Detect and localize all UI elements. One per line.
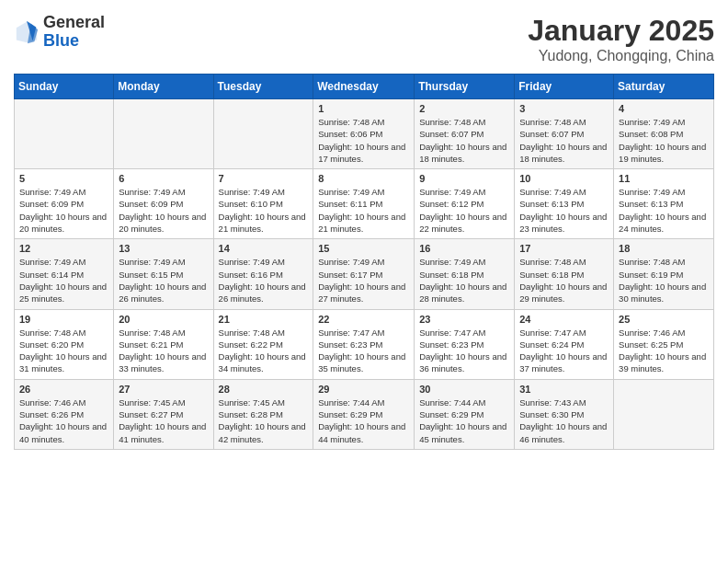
calendar-cell: 19Sunrise: 7:48 AM Sunset: 6:20 PM Dayli…: [15, 309, 114, 379]
day-number: 24: [519, 314, 609, 325]
calendar-table: SundayMondayTuesdayWednesdayThursdayFrid…: [14, 74, 714, 450]
weekday-header-saturday: Saturday: [614, 75, 714, 99]
day-number: 7: [219, 173, 309, 184]
calendar-cell: [213, 99, 313, 169]
calendar-cell: 28Sunrise: 7:45 AM Sunset: 6:28 PM Dayli…: [213, 379, 313, 449]
logo-icon: [14, 19, 40, 45]
calendar-cell: 15Sunrise: 7:49 AM Sunset: 6:17 PM Dayli…: [313, 239, 415, 309]
calendar-cell: 13Sunrise: 7:49 AM Sunset: 6:15 PM Dayli…: [114, 239, 213, 309]
day-number: 15: [318, 243, 409, 254]
day-info: Sunrise: 7:49 AM Sunset: 6:15 PM Dayligh…: [119, 256, 208, 304]
day-info: Sunrise: 7:49 AM Sunset: 6:10 PM Dayligh…: [219, 186, 309, 235]
calendar-cell: 24Sunrise: 7:47 AM Sunset: 6:24 PM Dayli…: [515, 309, 614, 379]
calendar-cell: 25Sunrise: 7:46 AM Sunset: 6:25 PM Dayli…: [614, 309, 714, 379]
calendar-cell: 11Sunrise: 7:49 AM Sunset: 6:13 PM Dayli…: [614, 169, 714, 239]
day-info: Sunrise: 7:43 AM Sunset: 6:30 PM Dayligh…: [519, 396, 609, 445]
day-info: Sunrise: 7:49 AM Sunset: 6:11 PM Dayligh…: [318, 186, 409, 235]
day-info: Sunrise: 7:44 AM Sunset: 6:29 PM Dayligh…: [318, 396, 409, 445]
calendar-title: January 2025: [528, 14, 714, 48]
calendar-cell: 4Sunrise: 7:49 AM Sunset: 6:08 PM Daylig…: [614, 99, 714, 169]
calendar-cell: 3Sunrise: 7:48 AM Sunset: 6:07 PM Daylig…: [515, 99, 614, 169]
calendar-cell: 31Sunrise: 7:43 AM Sunset: 6:30 PM Dayli…: [515, 379, 614, 449]
weekday-header-tuesday: Tuesday: [213, 75, 313, 99]
day-info: Sunrise: 7:49 AM Sunset: 6:13 PM Dayligh…: [619, 186, 709, 235]
calendar-cell: 12Sunrise: 7:49 AM Sunset: 6:14 PM Dayli…: [15, 239, 114, 309]
day-number: 20: [119, 314, 208, 325]
day-info: Sunrise: 7:49 AM Sunset: 6:09 PM Dayligh…: [19, 186, 108, 235]
day-number: 13: [119, 243, 208, 254]
day-number: 16: [419, 243, 509, 254]
day-info: Sunrise: 7:49 AM Sunset: 6:08 PM Dayligh…: [619, 116, 709, 165]
calendar-cell: 10Sunrise: 7:49 AM Sunset: 6:13 PM Dayli…: [515, 169, 614, 239]
day-info: Sunrise: 7:48 AM Sunset: 6:06 PM Dayligh…: [318, 116, 409, 165]
day-info: Sunrise: 7:45 AM Sunset: 6:28 PM Dayligh…: [219, 396, 309, 445]
day-number: 6: [119, 173, 208, 184]
calendar-cell: [614, 379, 714, 449]
weekday-header-thursday: Thursday: [415, 75, 515, 99]
day-info: Sunrise: 7:48 AM Sunset: 6:07 PM Dayligh…: [519, 116, 609, 165]
calendar-cell: 2Sunrise: 7:48 AM Sunset: 6:07 PM Daylig…: [415, 99, 515, 169]
page-header: General Blue January 2025 Yudong, Chongq…: [14, 14, 714, 64]
day-info: Sunrise: 7:47 AM Sunset: 6:24 PM Dayligh…: [519, 327, 609, 375]
weekday-header-friday: Friday: [515, 75, 614, 99]
calendar-cell: 27Sunrise: 7:45 AM Sunset: 6:27 PM Dayli…: [114, 379, 213, 449]
calendar-cell: 26Sunrise: 7:46 AM Sunset: 6:26 PM Dayli…: [15, 379, 114, 449]
day-info: Sunrise: 7:49 AM Sunset: 6:13 PM Dayligh…: [519, 186, 609, 235]
day-number: 23: [419, 314, 509, 325]
day-info: Sunrise: 7:47 AM Sunset: 6:23 PM Dayligh…: [419, 327, 509, 375]
day-number: 28: [219, 384, 309, 395]
day-info: Sunrise: 7:44 AM Sunset: 6:29 PM Dayligh…: [419, 396, 509, 445]
day-info: Sunrise: 7:49 AM Sunset: 6:09 PM Dayligh…: [119, 186, 208, 235]
weekday-header-wednesday: Wednesday: [313, 75, 415, 99]
day-info: Sunrise: 7:45 AM Sunset: 6:27 PM Dayligh…: [119, 396, 208, 445]
calendar-cell: 20Sunrise: 7:48 AM Sunset: 6:21 PM Dayli…: [114, 309, 213, 379]
day-number: 12: [19, 243, 108, 254]
day-number: 9: [419, 173, 509, 184]
day-number: 27: [119, 384, 208, 395]
day-number: 30: [419, 384, 509, 395]
day-number: 22: [318, 314, 409, 325]
day-number: 4: [619, 103, 709, 114]
calendar-cell: 21Sunrise: 7:48 AM Sunset: 6:22 PM Dayli…: [213, 309, 313, 379]
calendar-cell: 18Sunrise: 7:48 AM Sunset: 6:19 PM Dayli…: [614, 239, 714, 309]
day-number: 26: [19, 384, 108, 395]
day-info: Sunrise: 7:49 AM Sunset: 6:12 PM Dayligh…: [419, 186, 509, 235]
title-block: January 2025 Yudong, Chongqing, China: [528, 14, 714, 64]
calendar-subtitle: Yudong, Chongqing, China: [528, 48, 714, 64]
calendar-cell: [114, 99, 213, 169]
day-number: 1: [318, 103, 409, 114]
calendar-cell: 9Sunrise: 7:49 AM Sunset: 6:12 PM Daylig…: [415, 169, 515, 239]
calendar-cell: 23Sunrise: 7:47 AM Sunset: 6:23 PM Dayli…: [415, 309, 515, 379]
calendar-cell: 14Sunrise: 7:49 AM Sunset: 6:16 PM Dayli…: [213, 239, 313, 309]
calendar-cell: 7Sunrise: 7:49 AM Sunset: 6:10 PM Daylig…: [213, 169, 313, 239]
weekday-header-sunday: Sunday: [15, 75, 114, 99]
day-number: 3: [519, 103, 609, 114]
calendar-cell: 5Sunrise: 7:49 AM Sunset: 6:09 PM Daylig…: [15, 169, 114, 239]
day-number: 10: [519, 173, 609, 184]
day-info: Sunrise: 7:46 AM Sunset: 6:26 PM Dayligh…: [19, 396, 108, 445]
day-number: 5: [19, 173, 108, 184]
logo-blue: Blue: [43, 31, 79, 50]
day-info: Sunrise: 7:48 AM Sunset: 6:19 PM Dayligh…: [619, 256, 709, 304]
day-info: Sunrise: 7:48 AM Sunset: 6:22 PM Dayligh…: [219, 327, 309, 375]
day-number: 18: [619, 243, 709, 254]
logo: General Blue: [14, 14, 105, 51]
calendar-cell: 16Sunrise: 7:49 AM Sunset: 6:18 PM Dayli…: [415, 239, 515, 309]
day-info: Sunrise: 7:47 AM Sunset: 6:23 PM Dayligh…: [318, 327, 409, 375]
day-info: Sunrise: 7:48 AM Sunset: 6:21 PM Dayligh…: [119, 327, 208, 375]
day-info: Sunrise: 7:49 AM Sunset: 6:18 PM Dayligh…: [419, 256, 509, 304]
day-info: Sunrise: 7:48 AM Sunset: 6:18 PM Dayligh…: [519, 256, 609, 304]
calendar-cell: 8Sunrise: 7:49 AM Sunset: 6:11 PM Daylig…: [313, 169, 415, 239]
day-info: Sunrise: 7:49 AM Sunset: 6:16 PM Dayligh…: [219, 256, 309, 304]
day-info: Sunrise: 7:48 AM Sunset: 6:07 PM Dayligh…: [419, 116, 509, 165]
day-number: 21: [219, 314, 309, 325]
day-number: 29: [318, 384, 409, 395]
day-number: 19: [19, 314, 108, 325]
day-info: Sunrise: 7:49 AM Sunset: 6:14 PM Dayligh…: [19, 256, 108, 304]
calendar-cell: 30Sunrise: 7:44 AM Sunset: 6:29 PM Dayli…: [415, 379, 515, 449]
calendar-cell: [15, 99, 114, 169]
logo-text: General Blue: [43, 14, 105, 51]
calendar-cell: 29Sunrise: 7:44 AM Sunset: 6:29 PM Dayli…: [313, 379, 415, 449]
weekday-header-monday: Monday: [114, 75, 213, 99]
day-number: 17: [519, 243, 609, 254]
